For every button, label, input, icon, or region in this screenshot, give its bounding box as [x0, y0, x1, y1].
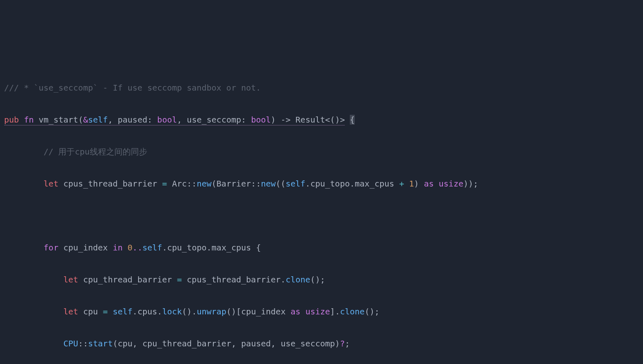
let-cpu-line: let cpu = self.cpus.lock().unwrap()[cpu_… [4, 304, 639, 320]
arrow: -> [280, 115, 290, 125]
for-line: for cpu_index in 0..self.cpu_topo.max_cp… [4, 240, 639, 256]
keyword-pub: pub [4, 115, 19, 125]
type-bool: bool [157, 115, 177, 125]
keyword-self: self [88, 115, 108, 125]
var-cpu-index: cpu_index [64, 243, 108, 253]
let-cpu-barrier-line: let cpu_thread_barrier = cpus_thread_bar… [4, 272, 639, 288]
type-arc: Arc [172, 179, 187, 189]
let-barrier-line: let cpus_thread_barrier = Arc::new(Barri… [4, 176, 639, 192]
doc-comment-line: /// * `use_seccomp` - If use seccomp san… [4, 80, 639, 96]
cpu-start-line: CPU::start(cpu, cpu_thread_barrier, paus… [4, 336, 639, 352]
open-brace-cursor: { [350, 115, 355, 125]
type-cpu: CPU [64, 339, 78, 348]
type-bool-2: bool [251, 115, 271, 125]
cpu-sync-comment: // 用于cpu线程之间的同步 [43, 147, 147, 157]
var-cpus-thread-barrier: cpus_thread_barrier [64, 179, 157, 189]
doc-comment-text: /// * `use_seccomp` - If use seccomp san… [4, 83, 261, 93]
type-barrier: Barrier [217, 179, 251, 189]
fn-name: vm_start [39, 115, 78, 125]
fn-signature-line: pub fn vm_start(&self, paused: bool, use… [4, 112, 639, 128]
return-type: Result [296, 115, 325, 125]
param-paused: paused [118, 115, 147, 125]
blank-line [4, 208, 639, 224]
keyword-fn: fn [24, 115, 34, 125]
amp: & [83, 115, 88, 125]
comment-line: // 用于cpu线程之间的同步 [4, 144, 639, 160]
code-editor[interactable]: /// * `use_seccomp` - If use seccomp san… [0, 64, 643, 364]
param-use-seccomp: use_seccomp [187, 115, 241, 125]
